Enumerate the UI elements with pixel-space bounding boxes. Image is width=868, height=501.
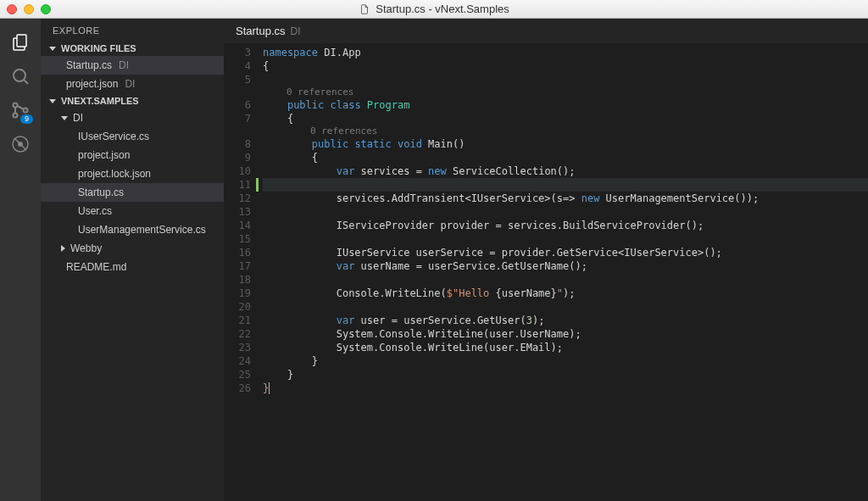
line-number: 18 [224,273,251,287]
section-label: WORKING FILES [61,43,136,53]
code-line[interactable]: } [263,368,868,381]
svg-point-2 [14,103,18,108]
line-number: 21 [224,314,251,327]
codelens[interactable]: 0 references [263,86,868,98]
code-line[interactable]: var userName = userService.GetUserName()… [263,259,868,273]
file-projectlockjson[interactable]: project.lock.json [41,164,224,183]
line-number: 4 [224,59,251,73]
debug-icon [10,134,31,154]
code-line[interactable]: var user = userService.GetUser(3); [263,314,868,327]
line-number [224,86,251,98]
line-number: 13 [224,205,251,219]
line-number: 22 [224,327,251,341]
section-project[interactable]: VNEXT.SAMPLES [41,93,224,109]
folder-webby[interactable]: Webby [41,239,224,258]
chevron-right-icon [61,245,65,252]
section-label: VNEXT.SAMPLES [61,96,139,106]
activity-search[interactable] [0,59,41,93]
line-number: 16 [224,246,251,259]
line-number: 12 [224,192,251,205]
line-number: 8 [224,137,251,151]
line-number: 3 [224,46,251,59]
title-bar: Startup.cs - vNext.Samples [0,0,868,19]
explorer-sidebar: EXPLORE WORKING FILES Startup.cs DI proj… [41,19,224,501]
chevron-down-icon [49,99,56,103]
file-startup[interactable]: Startup.cs [41,183,224,202]
code-line[interactable]: Console.WriteLine($"Hello {userName}"); [263,287,868,300]
code-line[interactable] [263,205,868,219]
line-number: 10 [224,164,251,178]
line-number: 9 [224,151,251,164]
line-number: 19 [224,287,251,300]
code-line[interactable]: System.Console.WriteLine(user.EMail); [263,341,868,354]
code-line[interactable]: { [263,151,868,164]
line-number: 23 [224,341,251,354]
file-projectjson[interactable]: project.json [41,146,224,164]
svg-point-4 [24,109,28,113]
line-number: 20 [224,300,251,314]
activity-bar: 9 [0,19,41,501]
code-line[interactable]: { [263,112,868,125]
search-icon [10,66,31,86]
working-file-projectjson[interactable]: project.json DI [41,75,224,93]
window-title: Startup.cs - vNext.Samples [0,3,868,15]
code-line[interactable]: public class Program [263,98,868,112]
line-number: 24 [224,354,251,368]
code-line[interactable]: public static void Main() [263,137,868,151]
code-line[interactable] [263,73,868,86]
activity-debug[interactable] [0,127,41,161]
editor-tabbar: Startup.cs DI [224,19,868,44]
code-line[interactable]: } [263,381,868,395]
chevron-down-icon [61,116,68,120]
codelens[interactable]: 0 references [263,125,868,137]
code-line[interactable] [263,300,868,314]
line-number: 6 [224,98,251,112]
git-changes-badge: 9 [20,114,33,124]
working-file-startup[interactable]: Startup.cs DI [41,56,224,75]
section-working-files[interactable]: WORKING FILES [41,41,224,56]
svg-rect-0 [17,35,26,47]
code-line[interactable] [263,273,868,287]
activity-git[interactable]: 9 [0,93,41,127]
line-number: 14 [224,219,251,232]
line-number: 15 [224,232,251,246]
line-number [224,125,251,137]
code-line[interactable]: IUserService userService = provider.GetS… [263,246,868,259]
line-number: 5 [224,73,251,86]
file-user[interactable]: User.cs [41,202,224,220]
file-icon [359,3,370,15]
code-line[interactable]: System.Console.WriteLine(user.UserName); [263,327,868,341]
code-editor[interactable]: 3456789101112131415161718192021222324252… [224,44,868,501]
file-iuserservice[interactable]: IUserService.cs [41,127,224,146]
svg-point-6 [18,142,23,147]
files-icon [10,32,31,53]
line-number: 25 [224,368,251,381]
code-line[interactable] [263,232,868,246]
svg-point-1 [14,70,25,81]
code-content[interactable]: namespace DI.App{0 references public cla… [263,46,868,501]
activity-explorer[interactable] [0,25,41,59]
editor-area: Startup.cs DI 34567891011121314151617181… [224,19,868,501]
file-usermgmtservice[interactable]: UserManagementService.cs [41,220,224,239]
chevron-down-icon [49,47,56,51]
line-number-gutter: 3456789101112131415161718192021222324252… [224,46,263,501]
svg-point-3 [14,114,18,118]
code-line[interactable]: services.AddTransient<IUserService>(s=> … [263,192,868,205]
sidebar-title: EXPLORE [41,19,224,41]
line-number: 17 [224,259,251,273]
editor-tab-startup[interactable]: Startup.cs DI [236,25,301,37]
folder-di[interactable]: DI [41,109,224,127]
line-number: 11 [224,178,251,192]
code-line[interactable]: var services = new ServiceCollection(); [263,164,868,178]
line-number: 7 [224,112,251,125]
line-number: 26 [224,381,251,395]
code-line[interactable] [263,178,868,192]
file-readme[interactable]: README.md [41,258,224,276]
code-line[interactable]: { [263,59,868,73]
code-line[interactable]: } [263,354,868,368]
code-line[interactable]: namespace DI.App [263,46,868,59]
code-line[interactable]: IServiceProvider provider = services.Bui… [263,219,868,232]
